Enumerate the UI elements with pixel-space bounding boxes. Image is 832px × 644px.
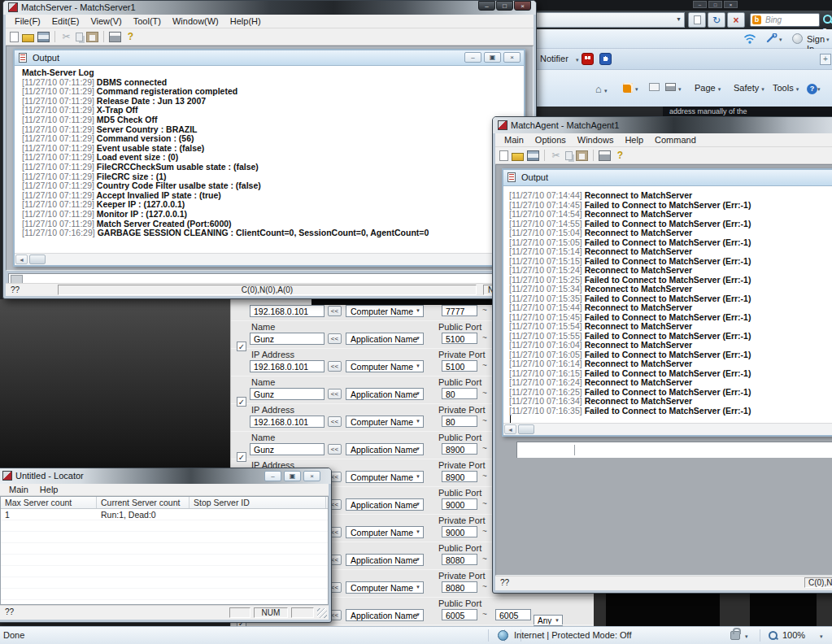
- scroll-thumb[interactable]: [29, 255, 46, 264]
- new-file-icon[interactable]: [10, 32, 19, 42]
- notifier-blue-icon[interactable]: [599, 53, 612, 65]
- port-input[interactable]: 5100: [442, 360, 477, 372]
- new-file-icon[interactable]: [499, 150, 508, 161]
- close-button[interactable]: ×: [514, 1, 531, 11]
- port-input[interactable]: 8080: [442, 581, 477, 593]
- minimize-button[interactable]: –: [264, 471, 281, 481]
- locator-titlebar[interactable]: Untitled - Locator – ▣ ×: [0, 468, 331, 484]
- cut-icon[interactable]: ✂: [60, 32, 72, 42]
- field-input[interactable]: 192.168.0.101: [250, 416, 325, 428]
- address-dropdown-icon[interactable]: ▼: [676, 16, 682, 22]
- copy-left-button[interactable]: <<: [328, 389, 342, 399]
- menu-item[interactable]: Main: [499, 133, 529, 145]
- name-source-dropdown[interactable]: Computer Name▼: [346, 526, 424, 538]
- notifier-red-icon[interactable]: [582, 53, 594, 65]
- rule-enabled-checkbox[interactable]: ✓: [237, 397, 246, 407]
- scroll-left-arrow[interactable]: ◄: [504, 424, 516, 434]
- port-input[interactable]: 8900: [442, 471, 477, 482]
- copy-left-button[interactable]: <<: [328, 306, 342, 316]
- matchagent-titlebar[interactable]: MatchAgent - MatchAgent1: [493, 117, 832, 133]
- matchserver-titlebar[interactable]: MatchServer - MatchServer1 – □ ×: [3, 1, 536, 15]
- command-input[interactable]: [516, 442, 832, 458]
- menu-item[interactable]: Main: [3, 484, 34, 494]
- name-source-dropdown[interactable]: Computer Name▼: [346, 416, 424, 428]
- copy-left-button[interactable]: <<: [328, 416, 342, 427]
- child-restore-button[interactable]: ▣: [484, 52, 501, 63]
- save-icon[interactable]: [527, 150, 539, 161]
- horizontal-sc rollbar[interactable]: ◄ ►: [15, 253, 524, 265]
- rule-enabled-checkbox[interactable]: ✓: [237, 342, 246, 351]
- name-source-dropdown[interactable]: Application Name▼: [346, 498, 424, 511]
- scroll-thumb[interactable]: [518, 424, 534, 434]
- safety-menu[interactable]: Safety ▾: [734, 83, 764, 93]
- port-input[interactable]: 5100: [442, 333, 477, 344]
- print-icon[interactable]: [109, 32, 121, 42]
- resize-grip[interactable]: [317, 608, 327, 618]
- column-header[interactable]: Max Server count: [1, 497, 97, 508]
- browser-close-button[interactable]: ×: [724, 1, 738, 8]
- name-source-dropdown[interactable]: Application Name▼: [346, 609, 424, 621]
- menu-item[interactable]: Edit(E): [46, 15, 85, 26]
- output-titlebar[interactable]: Output – ▣ ×: [15, 50, 524, 66]
- browser-maximize-button[interactable]: □: [708, 1, 722, 8]
- field-input[interactable]: 192.168.0.101: [250, 360, 325, 372]
- field-input[interactable]: Gunz: [250, 388, 325, 400]
- port-input[interactable]: 7777: [442, 305, 477, 316]
- column-header[interactable]: Current Server count: [97, 497, 189, 508]
- name-source-dropdown[interactable]: Computer Name▼: [346, 305, 424, 317]
- copy-left-button[interactable]: <<: [328, 333, 342, 344]
- child-minimize-button[interactable]: –: [464, 52, 481, 63]
- port-end-input[interactable]: 6005: [495, 609, 531, 620]
- agent-log-view[interactable]: [11/27/10 07:14:44] Reconnect to MatchSe…: [503, 186, 832, 424]
- notifier-toolbar-item[interactable]: Notifier: [540, 54, 568, 63]
- copy-left-button[interactable]: <<: [328, 361, 342, 372]
- name-source-dropdown[interactable]: Application Name▼: [346, 388, 424, 400]
- wifi-icon[interactable]: [743, 33, 756, 47]
- help-icon[interactable]: ?: [124, 32, 137, 42]
- compatibility-view-button[interactable]: [688, 12, 706, 28]
- menu-item[interactable]: Windows: [572, 133, 620, 145]
- cut-icon[interactable]: ✂: [550, 150, 562, 161]
- scroll-left-arrow[interactable]: ◄: [15, 255, 28, 264]
- port-input[interactable]: 8900: [442, 443, 477, 455]
- notifier-dropdown-icon[interactable]: ▾: [576, 57, 579, 63]
- wrench-dropdown-icon[interactable]: ▾: [779, 37, 782, 43]
- name-source-dropdown[interactable]: Computer Name▼: [346, 471, 424, 483]
- copy-left-button[interactable]: <<: [328, 444, 342, 455]
- menu-item[interactable]: Options: [529, 133, 572, 145]
- open-file-icon[interactable]: [22, 34, 34, 42]
- help-button[interactable]: ?▾: [807, 83, 821, 94]
- print-button[interactable]: ▾: [665, 83, 682, 93]
- child-close-button[interactable]: ×: [503, 52, 521, 63]
- tools-menu[interactable]: Tools ▾: [773, 83, 799, 93]
- menu-item[interactable]: View(V): [85, 15, 127, 26]
- port-input[interactable]: 8080: [442, 554, 477, 565]
- menu-item[interactable]: Window(W): [167, 15, 224, 26]
- server-log-view[interactable]: Match-Server Log [11/27/10 07:11:29] DBM…: [15, 66, 524, 255]
- rule-enabled-checkbox[interactable]: ✓: [237, 452, 246, 462]
- open-file-icon[interactable]: [512, 153, 524, 161]
- copy-icon[interactable]: [565, 151, 573, 160]
- address-bar[interactable]: ▼: [534, 12, 685, 28]
- menu-item[interactable]: Command: [649, 133, 702, 145]
- field-input[interactable]: Gunz: [250, 333, 325, 345]
- copy-icon[interactable]: [76, 33, 83, 41]
- maximize-button[interactable]: ▣: [284, 471, 301, 481]
- column-header[interactable]: Stop Server ID: [189, 497, 326, 508]
- close-button[interactable]: ×: [303, 471, 320, 481]
- menu-item[interactable]: File(F): [9, 15, 46, 26]
- name-source-dropdown[interactable]: Application Name▼: [346, 443, 424, 455]
- horizontal-scrollbar[interactable]: ◄: [503, 423, 832, 435]
- name-source-dropdown[interactable]: Application Name▼: [346, 554, 424, 566]
- port-input[interactable]: 9000: [442, 498, 477, 510]
- help-icon[interactable]: ?: [614, 150, 626, 161]
- stop-button[interactable]: ×: [727, 12, 745, 28]
- menu-item[interactable]: Help(H): [224, 15, 267, 26]
- port-input[interactable]: 80: [442, 388, 477, 399]
- paste-icon[interactable]: [576, 150, 588, 161]
- paste-icon[interactable]: [86, 32, 98, 42]
- print-icon[interactable]: [599, 150, 611, 161]
- port-input[interactable]: 9000: [442, 526, 477, 537]
- refresh-button[interactable]: ↻: [708, 12, 725, 28]
- port-input[interactable]: 6005: [442, 609, 477, 620]
